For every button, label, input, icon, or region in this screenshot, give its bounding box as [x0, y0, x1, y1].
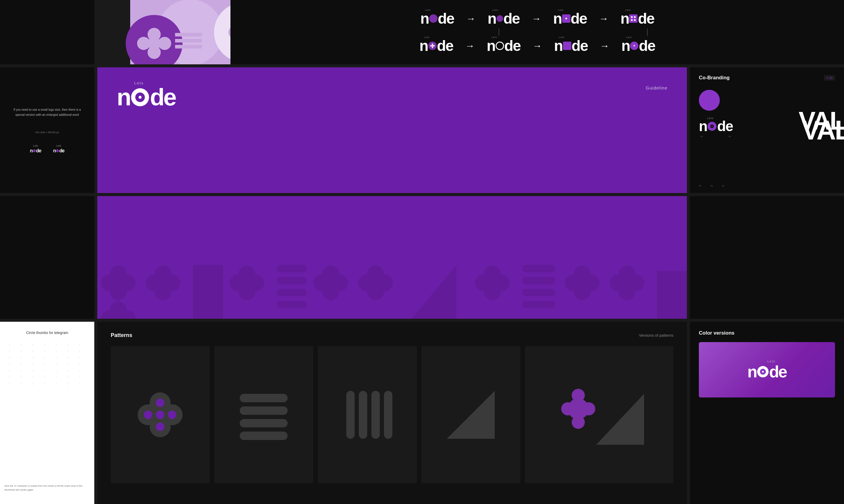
top-left-panel: [0, 0, 94, 64]
svg-rect-91: [522, 301, 555, 308]
purple-circle-large: [699, 90, 720, 111]
svg-point-67: [238, 284, 255, 300]
guideline-panel: If you need to use a small logo size, th…: [0, 67, 94, 193]
svg-rect-119: [240, 407, 288, 415]
node-logo-v8: Lets n ✦ de: [621, 38, 655, 53]
svg-point-40: [631, 19, 633, 21]
svg-rect-90: [522, 289, 555, 296]
svg-rect-89: [522, 277, 555, 284]
co-branding-title: Co-Branding: [699, 75, 730, 81]
svg-rect-1: [94, 0, 130, 64]
svg-point-130: [582, 402, 595, 415]
svg-rect-120: [240, 419, 288, 427]
svg-rect-10: [175, 39, 202, 42]
spacing-1x-right: 1x: [728, 135, 731, 138]
v-line-2: [647, 29, 648, 36]
pattern-card-5: [525, 346, 674, 483]
svg-rect-62: [193, 265, 223, 319]
color-versions-title: Color versions: [699, 330, 734, 336]
arrow-5: →: [465, 40, 475, 52]
arrow-3: →: [599, 13, 608, 24]
node-logo-v7: Lets n de: [554, 38, 588, 53]
svg-point-87: [484, 284, 501, 300]
svg-point-96: [574, 284, 591, 300]
small-logo-1: Lets nde: [30, 144, 41, 154]
guideline-text: If you need to use a small logo size, th…: [9, 107, 85, 117]
svg-rect-68: [277, 265, 307, 272]
node-logo-v4: Lets n de: [621, 11, 654, 26]
purple-logo: Lets n de: [117, 81, 175, 109]
o-replace-circle: [131, 88, 149, 106]
svg-rect-121: [240, 432, 288, 440]
arrow-7: →: [600, 40, 609, 52]
svg-marker-126: [447, 391, 495, 439]
svg-point-41: [634, 19, 636, 21]
node-o-dot-5: [428, 41, 437, 50]
svg-point-43: [430, 45, 432, 47]
svg-marker-132: [596, 394, 644, 445]
svg-point-113: [156, 399, 164, 407]
svg-rect-125: [384, 391, 392, 439]
versions-label: Versions of patterns: [639, 333, 674, 338]
node-o-sq: [563, 41, 571, 50]
row3-left-panel: [0, 196, 94, 319]
guideline-label: Guideline: [646, 85, 667, 90]
co-branding-spacing: + 1x: [824, 75, 835, 80]
node-logo-v5: Lets n de: [419, 38, 453, 53]
svg-rect-102: [657, 271, 687, 319]
pattern-card-1: [111, 346, 210, 483]
pattern-overlay: [97, 247, 687, 319]
node-display-text: n de: [117, 85, 175, 109]
svg-point-114: [144, 411, 152, 419]
min-size-text: min size = 80x38 px: [35, 131, 59, 134]
color-versions-panel: Color versions Lets n de: [690, 322, 844, 504]
v-line-1: [499, 29, 499, 36]
svg-rect-122: [346, 391, 355, 439]
arrow-2: →: [532, 13, 541, 24]
arrow-1: →: [466, 13, 475, 24]
gap-v3: [94, 322, 97, 504]
svg-point-38: [631, 16, 633, 18]
svg-point-116: [168, 411, 176, 419]
svg-point-39: [634, 16, 636, 18]
svg-point-117: [156, 422, 164, 431]
node-o-dot-1: [429, 14, 437, 23]
circle-thumbs-panel: Circle thumbs for telegram // Generate d…: [0, 322, 94, 504]
svg-point-129: [561, 402, 574, 415]
svg-marker-82: [412, 265, 456, 319]
node-o-dot-2: [497, 15, 503, 22]
animation-description: here the 'O' character is scaled from th…: [4, 484, 90, 492]
pattern-card-4: [421, 346, 520, 483]
gap-h2: [0, 193, 844, 196]
gap-v4: [687, 322, 690, 504]
pattern-card-3: [318, 346, 417, 483]
pattern-card-2: [214, 346, 313, 483]
spacing-bottom-1x-3: 1x: [722, 184, 724, 187]
svg-rect-70: [277, 289, 307, 296]
node-versions-panel: Lets n de → Lets n de → Lets n: [231, 0, 844, 64]
spacing-1x-left: 1x: [700, 135, 703, 138]
svg-point-42: [432, 44, 433, 45]
svg-rect-11: [175, 45, 202, 49]
svg-point-101: [618, 284, 635, 300]
svg-point-81: [367, 284, 384, 300]
svg-rect-9: [175, 33, 202, 37]
svg-rect-69: [277, 277, 307, 284]
dots-grid: // Generate dots inline for(let i=0;i<49…: [9, 344, 85, 384]
node-logo-v2: Lets n de: [487, 11, 520, 26]
svg-point-131: [572, 416, 585, 429]
svg-point-115: [156, 411, 164, 419]
node-logo-v6: Lets n de: [487, 38, 520, 53]
co-brand-node-logo: Lets nde: [699, 117, 733, 133]
svg-point-8: [147, 46, 161, 59]
node-logo-v1: Lets n de: [420, 11, 454, 26]
arrow-6: →: [533, 40, 542, 52]
patterns-panel: Patterns Versions of patterns: [97, 322, 687, 504]
val-display: VAL: [798, 106, 844, 136]
small-logo-2: Lets nde: [53, 144, 64, 154]
svg-point-7: [158, 37, 171, 50]
svg-rect-123: [359, 391, 367, 439]
svg-rect-71: [277, 301, 307, 308]
svg-point-76: [322, 284, 339, 300]
node-o-cross: ✦: [562, 14, 571, 23]
